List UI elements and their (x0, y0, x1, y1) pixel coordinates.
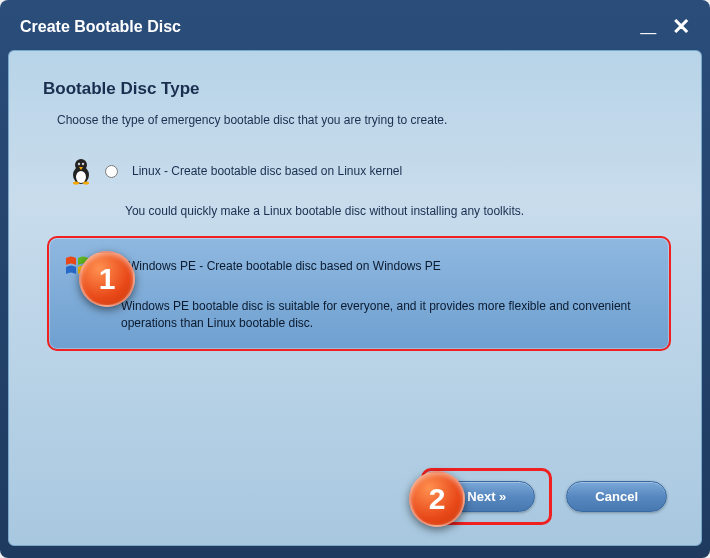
svg-point-5 (79, 164, 80, 165)
close-button[interactable]: ✕ (672, 16, 690, 38)
minimize-button[interactable]: _ (640, 8, 656, 36)
option-linux-detail: You could quickly make a Linux bootable … (125, 203, 657, 220)
section-title: Bootable Disc Type (43, 79, 667, 99)
penguin-icon (67, 157, 95, 185)
section-description: Choose the type of emergency bootable di… (57, 113, 667, 127)
svg-point-1 (76, 171, 86, 183)
cancel-button[interactable]: Cancel (566, 481, 667, 512)
option-linux-label: Linux - Create bootable disc based on Li… (132, 164, 402, 178)
option-linux[interactable]: Linux - Create bootable disc based on Li… (57, 149, 667, 228)
svg-point-6 (83, 164, 84, 165)
option-linux-row: Linux - Create bootable disc based on Li… (67, 157, 657, 185)
radio-linux[interactable] (105, 165, 118, 178)
option-winpe-detail: Windows PE bootable disc is suitable for… (121, 298, 655, 332)
svg-point-8 (83, 182, 89, 185)
dialog-window: Create Bootable Disc _ ✕ Bootable Disc T… (0, 0, 710, 558)
svg-point-7 (73, 182, 79, 185)
option-winpe-label: Windows PE - Create bootable disc based … (128, 259, 441, 273)
callout-badge-2: 2 (409, 471, 465, 527)
titlebar: Create Bootable Disc _ ✕ (8, 8, 702, 50)
option-winpe[interactable]: Windows PE - Create bootable disc based … (47, 236, 671, 352)
option-winpe-row: Windows PE - Create bootable disc based … (63, 252, 655, 280)
callout-badge-1: 1 (79, 251, 135, 307)
window-controls: _ ✕ (640, 16, 690, 38)
window-title: Create Bootable Disc (20, 18, 181, 36)
content-panel: Bootable Disc Type Choose the type of em… (8, 50, 702, 546)
